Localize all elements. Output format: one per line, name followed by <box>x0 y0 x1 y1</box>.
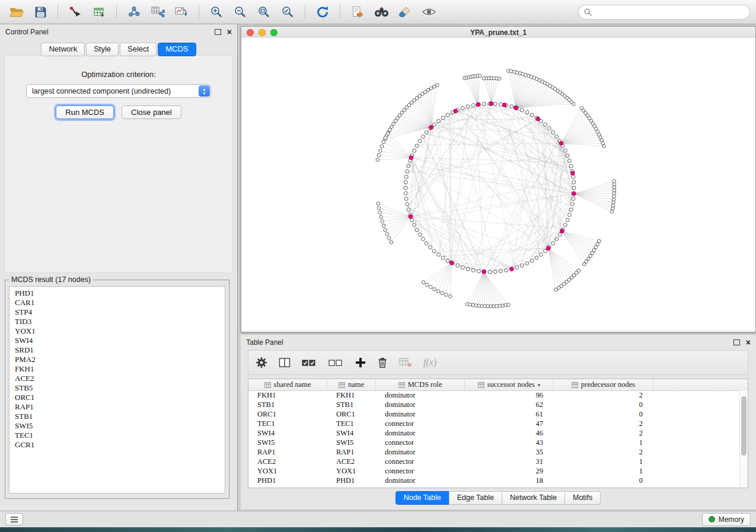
export-network-button[interactable] <box>347 2 368 21</box>
table-row[interactable]: FKH1FKH1dominator962 <box>248 390 740 400</box>
ring-node[interactable] <box>566 218 569 222</box>
leaf-node[interactable] <box>598 239 601 243</box>
ring-node[interactable] <box>421 237 425 241</box>
ring-node[interactable] <box>569 164 573 168</box>
result-node-item[interactable]: GCR1 <box>9 440 225 450</box>
result-node-item[interactable]: TEC1 <box>9 431 225 440</box>
function-builder-button[interactable]: f(x) <box>423 357 436 368</box>
search-network-button[interactable] <box>371 2 392 21</box>
ring-node[interactable] <box>572 197 575 201</box>
dominator-node[interactable] <box>572 192 576 196</box>
apply-style-button[interactable] <box>394 2 416 21</box>
ring-node[interactable] <box>432 249 436 253</box>
ring-node[interactable] <box>418 139 422 143</box>
result-node-item[interactable]: RAP1 <box>9 402 225 412</box>
show-panel-menu-button[interactable] <box>5 513 23 525</box>
ring-node[interactable] <box>446 113 449 117</box>
show-columns-button[interactable] <box>279 357 291 368</box>
leaf-node[interactable] <box>429 286 433 289</box>
dominator-node[interactable] <box>449 261 454 265</box>
float-panel-icon[interactable] <box>215 29 221 35</box>
leaf-node[interactable] <box>426 88 430 92</box>
dominator-node[interactable] <box>502 103 506 107</box>
dominator-node[interactable] <box>570 171 575 175</box>
toolbar-search[interactable] <box>578 5 750 20</box>
dominator-node[interactable] <box>546 246 550 251</box>
ring-node[interactable] <box>407 164 410 168</box>
result-node-item[interactable]: CAR1 <box>9 298 225 307</box>
leaf-node[interactable] <box>387 237 391 241</box>
ring-node[interactable] <box>572 186 576 190</box>
ring-node[interactable] <box>493 270 497 274</box>
ring-node[interactable] <box>499 102 503 106</box>
ring-node[interactable] <box>505 268 508 272</box>
leaf-node[interactable] <box>613 195 616 198</box>
ring-node[interactable] <box>441 116 445 120</box>
ring-node[interactable] <box>569 208 573 211</box>
leaf-node[interactable] <box>441 291 444 295</box>
ring-node[interactable] <box>510 105 513 108</box>
leaf-node[interactable] <box>583 262 586 266</box>
table-row[interactable]: SWI5SWI5connector431 <box>248 438 740 447</box>
leaf-node[interactable] <box>572 102 576 106</box>
window-close-icon[interactable] <box>247 29 254 36</box>
open-session-button[interactable] <box>6 2 27 21</box>
criterion-dropdown[interactable]: largest connected component (undirected)… <box>26 84 211 98</box>
import-network-from-file-button[interactable] <box>65 2 86 21</box>
ring-node[interactable] <box>425 242 428 245</box>
leaf-node[interactable] <box>436 290 440 293</box>
network-graph[interactable] <box>241 38 755 332</box>
delete-column-button[interactable] <box>377 357 388 368</box>
leaf-node[interactable] <box>436 84 439 87</box>
ring-node[interactable] <box>551 130 555 134</box>
zoom-selected-button[interactable] <box>277 2 298 21</box>
tab-motifs[interactable]: Motifs <box>564 491 601 505</box>
ring-node[interactable] <box>535 256 538 259</box>
tab-style[interactable]: Style <box>86 43 119 56</box>
ring-node[interactable] <box>520 108 524 112</box>
leaf-node[interactable] <box>429 86 433 90</box>
network-from-table-button[interactable] <box>147 2 168 21</box>
leaf-node[interactable] <box>386 132 390 136</box>
tab-edge-table[interactable]: Edge Table <box>449 491 502 505</box>
result-node-item[interactable]: STB1 <box>9 412 225 421</box>
leaf-node[interactable] <box>425 283 429 287</box>
tab-select[interactable]: Select <box>120 43 157 56</box>
table-scrollbar[interactable] <box>739 390 748 488</box>
ring-node[interactable] <box>558 233 562 236</box>
ring-node[interactable] <box>568 159 572 162</box>
ring-node[interactable] <box>456 264 460 267</box>
mcds-result-list[interactable]: PHD1CAR1STP4TID3YOX1SWI4SRD1PMA2FKH1ACE2… <box>9 286 225 493</box>
column-header-MCDS-role[interactable]: MCDS role <box>376 379 465 390</box>
ring-node[interactable] <box>570 203 574 206</box>
deselect-all-rows-button[interactable] <box>328 357 344 368</box>
leaf-node[interactable] <box>377 153 381 157</box>
ring-node[interactable] <box>437 119 441 123</box>
table-row[interactable]: YOX1YOX1connector291 <box>248 466 740 476</box>
leaf-node[interactable] <box>449 294 452 298</box>
column-header-predecessor-nodes[interactable]: predecessor nodes <box>554 379 653 390</box>
ring-node[interactable] <box>525 261 529 265</box>
apply-layout-button[interactable] <box>312 2 333 21</box>
ring-node[interactable] <box>544 123 547 126</box>
ring-node[interactable] <box>566 154 569 158</box>
close-panel-button[interactable]: Close panel <box>122 105 181 119</box>
result-node-item[interactable]: SWI5 <box>9 421 225 431</box>
dominator-node[interactable] <box>409 214 413 219</box>
zoom-in-button[interactable] <box>206 2 227 21</box>
result-node-item[interactable]: ORC1 <box>9 393 225 402</box>
leaf-node[interactable] <box>378 211 382 214</box>
ring-node[interactable] <box>466 267 470 271</box>
leaf-node[interactable] <box>379 215 383 219</box>
table-row[interactable]: TEC1TEC1connector472 <box>248 419 740 428</box>
window-minimize-icon[interactable] <box>259 29 266 36</box>
leaf-node[interactable] <box>497 77 501 81</box>
ring-node[interactable] <box>568 213 572 217</box>
leaf-node[interactable] <box>610 210 614 213</box>
dominator-node[interactable] <box>559 141 563 145</box>
result-node-item[interactable]: YOX1 <box>9 326 225 336</box>
ring-node[interactable] <box>415 144 419 148</box>
result-node-item[interactable]: FKH1 <box>9 364 225 374</box>
leaf-node[interactable] <box>377 202 380 206</box>
ring-node[interactable] <box>539 253 543 257</box>
